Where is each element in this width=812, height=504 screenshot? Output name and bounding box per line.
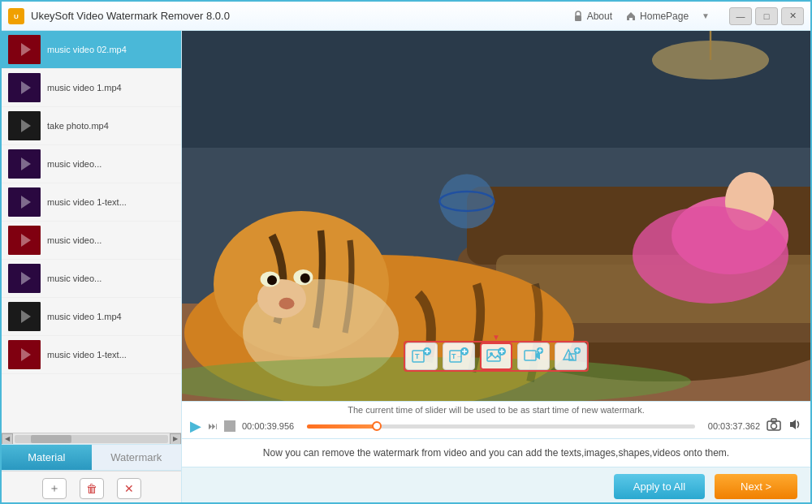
- thumbnail-image: [8, 187, 41, 217]
- time-hint: The current time of slider will be used …: [190, 405, 802, 415]
- thumbnail-image: [8, 111, 41, 140]
- thumbnail-image: [8, 73, 41, 102]
- svg-point-41: [267, 275, 277, 285]
- playback-area: The current time of slider will be used …: [182, 401, 810, 438]
- svg-point-33: [633, 206, 788, 304]
- file-list-item[interactable]: music video 02.mp4: [2, 31, 181, 69]
- thumbnail-image: [8, 149, 41, 179]
- camera-icon: [767, 418, 781, 431]
- clear-files-button[interactable]: ✕: [117, 478, 141, 499]
- svg-rect-2: [575, 15, 581, 21]
- tab-bar: Material Watermark: [2, 444, 181, 471]
- file-name-label: music video 02.mp4: [47, 44, 127, 55]
- play-button[interactable]: ▶: [190, 417, 201, 435]
- file-name-label: music video...: [47, 235, 102, 246]
- svg-point-70: [771, 424, 777, 429]
- file-thumbnail: [8, 226, 41, 255]
- add-video-button[interactable]: [517, 342, 550, 370]
- add-file-button[interactable]: ＋: [42, 478, 67, 499]
- file-list-item[interactable]: music video 1.mp4: [2, 298, 181, 336]
- horizontal-scrollbar[interactable]: ◀ ▶: [2, 433, 181, 444]
- file-list-item[interactable]: music video 1-text...: [2, 336, 181, 374]
- add-shape-icon: [561, 347, 581, 365]
- info-message: Now you can remove the watermark from vi…: [263, 447, 729, 459]
- end-time: 00:03:37.362: [702, 421, 760, 431]
- lock-icon: [572, 11, 584, 22]
- maximize-button[interactable]: □: [755, 7, 778, 25]
- about-button[interactable]: About: [572, 11, 612, 22]
- close-icon: ✕: [124, 482, 134, 495]
- svg-text:T: T: [415, 352, 420, 360]
- thumbnail-image: [8, 264, 41, 293]
- add-text-button[interactable]: T: [405, 342, 438, 370]
- progress-fill: [307, 424, 377, 429]
- scroll-track[interactable]: [15, 435, 168, 443]
- homepage-label: HomePage: [640, 11, 689, 22]
- home-icon: [625, 11, 637, 22]
- trash-icon: 🗑: [86, 482, 97, 495]
- bottom-bar: Apply to All Next >: [182, 467, 810, 504]
- progress-track[interactable]: [307, 424, 695, 429]
- tab-material[interactable]: Material: [2, 445, 92, 470]
- svg-point-42: [300, 274, 310, 283]
- add-text-icon: T: [412, 347, 431, 365]
- file-thumbnail: [8, 264, 41, 293]
- delete-file-button[interactable]: 🗑: [80, 478, 104, 499]
- about-label: About: [587, 11, 612, 22]
- file-list-item[interactable]: music video...: [2, 260, 181, 298]
- file-name-label: music video...: [47, 158, 102, 170]
- file-name-label: music video 1-text...: [47, 196, 127, 208]
- next-button[interactable]: Next >: [715, 474, 797, 499]
- file-list-item[interactable]: music video 1-text...: [2, 183, 181, 222]
- apply-to-all-button[interactable]: Apply to All: [614, 474, 705, 499]
- svg-point-44: [439, 174, 494, 228]
- file-list-item[interactable]: music video...: [2, 145, 181, 183]
- add-image-button[interactable]: ▼: [480, 342, 512, 370]
- main-area: music video 02.mp4 music video 1.mp4 tak…: [2, 31, 810, 504]
- sidebar: music video 02.mp4 music video 1.mp4 tak…: [2, 31, 182, 504]
- file-thumbnail: [8, 73, 41, 102]
- video-toolbar: T T→: [405, 342, 587, 370]
- svg-text:U: U: [14, 13, 19, 20]
- svg-point-38: [279, 298, 294, 309]
- file-list-item[interactable]: music video...: [2, 222, 181, 260]
- homepage-button[interactable]: HomePage: [625, 11, 689, 22]
- minimize-button[interactable]: —: [729, 7, 752, 25]
- file-name-label: music video...: [47, 273, 102, 284]
- file-name-label: take photo.mp4: [47, 120, 109, 131]
- app-icon: U: [8, 8, 24, 24]
- thumbnail-image: [8, 302, 41, 331]
- file-thumbnail: [8, 340, 41, 369]
- thumbnail-image: [8, 340, 41, 369]
- close-button[interactable]: ✕: [781, 7, 804, 25]
- scroll-left-button[interactable]: ◀: [2, 433, 13, 445]
- dropdown-arrow-icon[interactable]: ▼: [702, 11, 710, 20]
- file-list-item[interactable]: music video 1.mp4: [2, 69, 181, 107]
- content-area: T T→: [182, 31, 810, 504]
- add-text2-button[interactable]: T→: [443, 342, 475, 370]
- stop-button[interactable]: [224, 420, 235, 432]
- svg-rect-71: [771, 419, 776, 422]
- file-name-label: music video 1.mp4: [47, 82, 122, 93]
- progress-thumb[interactable]: [372, 421, 382, 431]
- playback-controls: ▶ ⏭ 00:00:39.956 00:03:37.362: [190, 417, 802, 435]
- file-list-item[interactable]: take photo.mp4: [2, 107, 181, 145]
- add-text2-icon: T→: [449, 347, 469, 365]
- scroll-right-button[interactable]: ▶: [170, 433, 181, 445]
- video-container: T T→: [182, 31, 810, 401]
- title-bar: U UkeySoft Video Watermark Remover 8.0.0…: [2, 2, 810, 31]
- file-list-container: music video 02.mp4 music video 1.mp4 tak…: [2, 31, 181, 433]
- file-list-scroll[interactable]: music video 02.mp4 music video 1.mp4 tak…: [2, 31, 181, 433]
- screenshot-button[interactable]: [767, 418, 781, 434]
- window-controls: — □ ✕: [729, 7, 804, 25]
- step-forward-button[interactable]: ⏭: [208, 420, 218, 432]
- file-thumbnail: [8, 187, 41, 217]
- volume-button[interactable]: [788, 418, 802, 434]
- current-time: 00:00:39.956: [242, 421, 300, 431]
- sidebar-actions: ＋ 🗑 ✕: [2, 471, 181, 504]
- scroll-thumb[interactable]: [31, 435, 71, 443]
- add-shape-button[interactable]: [555, 342, 587, 370]
- add-image-icon: [486, 347, 506, 365]
- thumbnail-image: [8, 35, 41, 64]
- tab-watermark[interactable]: Watermark: [92, 445, 182, 470]
